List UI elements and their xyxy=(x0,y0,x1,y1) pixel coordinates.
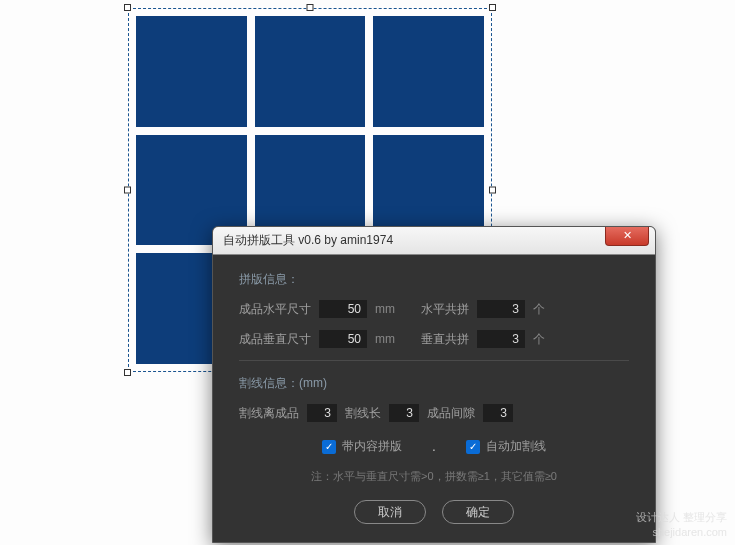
checkbox-icon: ✓ xyxy=(466,440,480,454)
grid-cell xyxy=(373,16,484,127)
resize-handle-tm[interactable] xyxy=(307,4,314,11)
checkbox-row: ✓ 带内容拼版 . ✓ 自动加割线 xyxy=(239,438,629,455)
watermark-line1: 设计达人 整理分享 xyxy=(636,510,727,524)
unit-mm: mm xyxy=(375,302,395,316)
watermark-line2: shejidaren.com xyxy=(636,525,727,539)
section-imposition-title: 拼版信息： xyxy=(239,271,629,288)
resize-handle-bl[interactable] xyxy=(124,369,131,376)
label-cut-length: 割线长 xyxy=(345,405,381,422)
label-cut-offset: 割线离成品 xyxy=(239,405,299,422)
button-row: 取消 确定 xyxy=(239,500,629,524)
checkbox-label: 带内容拼版 xyxy=(342,438,402,455)
label-hsize: 成品水平尺寸 xyxy=(239,301,311,318)
label-vsize: 成品垂直尺寸 xyxy=(239,331,311,348)
input-vcount[interactable] xyxy=(477,330,525,348)
input-vsize[interactable] xyxy=(319,330,367,348)
grid-cell xyxy=(136,16,247,127)
divider xyxy=(239,360,629,361)
note-text: 注：水平与垂直尺寸需>0，拼数需≥1，其它值需≥0 xyxy=(239,469,629,484)
input-hsize[interactable] xyxy=(319,300,367,318)
close-button[interactable]: ✕ xyxy=(605,227,649,246)
input-hcount[interactable] xyxy=(477,300,525,318)
unit-mm: mm xyxy=(375,332,395,346)
ok-button[interactable]: 确定 xyxy=(442,500,514,524)
label-gap: 成品间隙 xyxy=(427,405,475,422)
dialog-body: 拼版信息： 成品水平尺寸 mm 水平共拼 个 成品垂直尺寸 mm 垂直共拼 个 … xyxy=(213,255,655,542)
unit-ge: 个 xyxy=(533,301,545,318)
input-cut-offset[interactable] xyxy=(307,404,337,422)
row-cutline: 割线离成品 割线长 成品间隙 xyxy=(239,404,629,422)
checkbox-icon: ✓ xyxy=(322,440,336,454)
unit-ge: 个 xyxy=(533,331,545,348)
input-cut-length[interactable] xyxy=(389,404,419,422)
grid-cell xyxy=(255,16,366,127)
section-cutline-title: 割线信息：(mm) xyxy=(239,375,629,392)
cancel-button[interactable]: 取消 xyxy=(354,500,426,524)
checkbox-auto-cutline[interactable]: ✓ 自动加割线 xyxy=(466,438,546,455)
resize-handle-ml[interactable] xyxy=(124,187,131,194)
imposition-dialog: 自动拼版工具 v0.6 by amin1974 ✕ 拼版信息： 成品水平尺寸 m… xyxy=(212,226,656,543)
row-horizontal: 成品水平尺寸 mm 水平共拼 个 xyxy=(239,300,629,318)
dialog-title: 自动拼版工具 v0.6 by amin1974 xyxy=(223,232,605,249)
dialog-titlebar[interactable]: 自动拼版工具 v0.6 by amin1974 ✕ xyxy=(213,227,655,255)
resize-handle-tr[interactable] xyxy=(489,4,496,11)
watermark: 设计达人 整理分享 shejidaren.com xyxy=(636,510,727,539)
resize-handle-mr[interactable] xyxy=(489,187,496,194)
input-gap[interactable] xyxy=(483,404,513,422)
close-icon: ✕ xyxy=(623,229,632,242)
resize-handle-tl[interactable] xyxy=(124,4,131,11)
checkbox-with-content[interactable]: ✓ 带内容拼版 xyxy=(322,438,402,455)
checkbox-label: 自动加割线 xyxy=(486,438,546,455)
row-vertical: 成品垂直尺寸 mm 垂直共拼 个 xyxy=(239,330,629,348)
separator-dot: . xyxy=(432,440,435,454)
label-vcount: 垂直共拼 xyxy=(421,331,469,348)
label-hcount: 水平共拼 xyxy=(421,301,469,318)
